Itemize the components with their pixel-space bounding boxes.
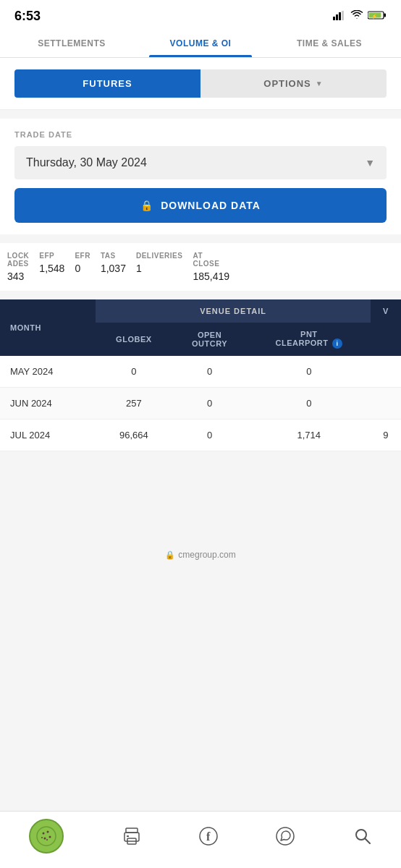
cookie-button[interactable] xyxy=(29,819,64,854)
month-jun-2024: JUN 2024 xyxy=(0,388,96,420)
svg-rect-2 xyxy=(339,12,341,20)
summary-value-at-close: 185,419 xyxy=(193,271,229,282)
tab-volume-oi[interactable]: VOLUME & OI xyxy=(136,28,265,57)
may-v xyxy=(371,356,401,388)
cookie-icon xyxy=(36,826,56,846)
svg-rect-0 xyxy=(333,17,335,20)
sub-toggle-section: FUTURES OPTIONS ▼ xyxy=(0,58,401,110)
venue-detail-header: VENUE DETAIL xyxy=(96,299,371,323)
data-table-section: MONTH VENUE DETAIL V GLOBEX OPENOUTCRY P… xyxy=(0,299,401,451)
summary-cell-tas: TAS 1,037 xyxy=(101,252,126,282)
svg-point-21 xyxy=(277,827,294,845)
download-button[interactable]: 🔒 DOWNLOAD DATA xyxy=(14,188,387,223)
svg-rect-3 xyxy=(342,11,344,20)
summary-header-deliveries: DELIVERIES xyxy=(136,252,182,260)
signal-icon xyxy=(333,10,346,23)
summary-value-tas: 1,037 xyxy=(101,263,126,274)
search-button[interactable] xyxy=(353,827,372,846)
summary-row: LOCKADES 343 EFP 1,548 EFR 0 TAS 1,037 D… xyxy=(0,243,401,291)
svg-point-13 xyxy=(41,837,43,838)
options-dropdown-arrow: ▼ xyxy=(316,80,324,88)
globex-header: GLOBEX xyxy=(96,323,172,356)
status-icons: ⚡ xyxy=(333,10,387,23)
summary-header-tas: TAS xyxy=(101,252,126,260)
whatsapp-icon xyxy=(276,827,295,846)
whatsapp-button[interactable] xyxy=(276,827,295,846)
svg-point-11 xyxy=(49,836,51,838)
url-lock-icon: 🔒 xyxy=(165,550,175,560)
svg-rect-16 xyxy=(124,833,139,841)
svg-point-14 xyxy=(46,839,48,841)
url-text: cmegroup.com xyxy=(178,550,235,560)
print-icon xyxy=(122,827,141,846)
svg-line-23 xyxy=(365,838,370,843)
bottom-nav: f xyxy=(0,811,401,868)
month-may-2024: MAY 2024 xyxy=(0,356,96,388)
svg-rect-5 xyxy=(384,13,387,17)
date-value: Thursday, 30 May 2024 xyxy=(26,156,147,169)
trade-date-label: TRADE DATE xyxy=(14,130,387,139)
facebook-button[interactable]: f xyxy=(199,827,218,846)
summary-value-deliveries: 1 xyxy=(136,263,182,274)
summary-cell-efr: EFR 0 xyxy=(75,252,90,282)
may-pnt-clearport: 0 xyxy=(248,356,371,388)
status-time: 6:53 xyxy=(14,9,41,24)
summary-value-block-trades: 343 xyxy=(7,271,29,282)
may-globex: 0 xyxy=(96,356,172,388)
trade-date-section: TRADE DATE Thursday, 30 May 2024 ▼ 🔒 DOW… xyxy=(0,119,401,234)
tab-time-sales[interactable]: TIME & SALES xyxy=(265,28,394,57)
summary-header-at-close: ATCLOSE xyxy=(193,252,229,268)
tab-settlements[interactable]: SETTLEMENTS xyxy=(7,28,136,57)
battery-icon: ⚡ xyxy=(368,10,387,23)
svg-rect-15 xyxy=(126,828,138,833)
table-row: JUN 2024 257 0 0 xyxy=(0,388,401,420)
svg-rect-18 xyxy=(127,835,129,837)
main-nav: SETTLEMENTS VOLUME & OI TIME & SALES xyxy=(0,28,401,58)
summary-header-efr: EFR xyxy=(75,252,90,260)
wifi-icon xyxy=(350,10,363,23)
info-icon[interactable]: i xyxy=(332,339,342,349)
lock-icon: 🔒 xyxy=(140,200,153,211)
svg-point-12 xyxy=(44,838,46,840)
summary-value-efp: 1,548 xyxy=(39,263,64,274)
svg-point-8 xyxy=(37,827,56,846)
date-dropdown[interactable]: Thursday, 30 May 2024 ▼ xyxy=(14,146,387,179)
data-table: MONTH VENUE DETAIL V GLOBEX OPENOUTCRY P… xyxy=(0,299,401,451)
table-row: MAY 2024 0 0 0 xyxy=(0,356,401,388)
month-header: MONTH xyxy=(0,299,96,356)
futures-button[interactable]: FUTURES xyxy=(14,69,200,98)
jun-v xyxy=(371,388,401,420)
v-header xyxy=(371,323,401,356)
search-icon xyxy=(353,827,372,846)
summary-value-efr: 0 xyxy=(75,263,90,274)
svg-point-9 xyxy=(43,833,45,835)
svg-text:⚡: ⚡ xyxy=(371,13,378,20)
jul-globex: 96,664 xyxy=(96,420,172,451)
facebook-icon: f xyxy=(199,827,218,846)
summary-cell-at-close: ATCLOSE 185,419 xyxy=(193,252,229,282)
svg-text:f: f xyxy=(206,830,211,843)
may-open-outcry: 0 xyxy=(172,356,247,388)
summary-cell-block-trades: LOCKADES 343 xyxy=(7,252,29,282)
jun-open-outcry: 0 xyxy=(172,388,247,420)
options-button[interactable]: OPTIONS ▼ xyxy=(200,69,387,98)
table-row: JUL 2024 96,664 0 1,714 9 xyxy=(0,420,401,451)
url-bar: 🔒 cmegroup.com xyxy=(0,545,401,561)
summary-section: LOCKADES 343 EFP 1,548 EFR 0 TAS 1,037 D… xyxy=(0,243,401,291)
date-dropdown-arrow: ▼ xyxy=(365,157,375,169)
summary-cell-efp: EFP 1,548 xyxy=(39,252,64,282)
status-bar: 6:53 ⚡ xyxy=(0,0,401,28)
print-button[interactable] xyxy=(122,827,141,846)
jun-globex: 257 xyxy=(96,388,172,420)
jul-open-outcry: 0 xyxy=(172,420,247,451)
jun-pnt-clearport: 0 xyxy=(248,388,371,420)
summary-header-efp: EFP xyxy=(39,252,64,260)
jul-pnt-clearport: 1,714 xyxy=(248,420,371,451)
month-jul-2024: JUL 2024 xyxy=(0,420,96,451)
svg-point-10 xyxy=(47,831,49,833)
extra-col-header: V xyxy=(371,299,401,323)
summary-header-block-trades: LOCKADES xyxy=(7,252,29,268)
summary-cell-deliveries: DELIVERIES 1 xyxy=(136,252,182,282)
jul-v: 9 xyxy=(371,420,401,451)
svg-rect-1 xyxy=(336,14,338,20)
